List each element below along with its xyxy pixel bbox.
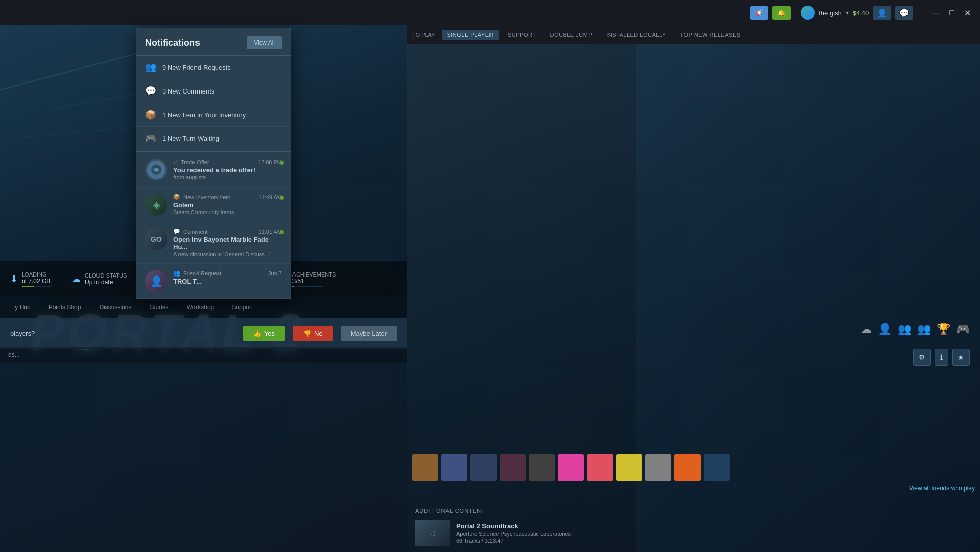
friends-who-play: View all friends who play xyxy=(412,454,975,492)
summary-item-turn[interactable]: 🎮 1 New Turn Waiting xyxy=(136,127,291,150)
megaphone-button[interactable]: 📢 xyxy=(750,6,768,20)
friend-avatar-4[interactable] xyxy=(500,454,526,481)
star-button[interactable]: ★ xyxy=(952,349,970,366)
controller-action-icon[interactable]: 🎮 xyxy=(956,323,970,336)
separator xyxy=(136,151,291,152)
tab-community-hub[interactable]: ty Hub xyxy=(5,301,39,314)
friend-avatar-2[interactable] xyxy=(441,454,467,481)
cloud-stat: ☁ CLOUD STATUS Up to date xyxy=(72,272,127,286)
additional-content-title: ADDITIONAL CONTENT xyxy=(415,508,972,514)
friends-icon-button[interactable]: 👤 xyxy=(873,6,891,20)
cloud-label: CLOUD STATUS xyxy=(85,272,127,279)
csgo-title: Open Inv Bayonet Marble Fade Hu... xyxy=(173,236,282,251)
nav-top-new-releases[interactable]: TOP NEW RELEASES xyxy=(675,30,746,40)
achievements-action-icon[interactable]: 🏆 xyxy=(937,323,950,336)
trade-icon: ⇄ xyxy=(173,159,178,165)
recommendation-question: players? xyxy=(10,330,235,337)
minimize-button[interactable]: — xyxy=(927,7,943,18)
notif-friend-request[interactable]: 👤 👥 Friend Request Jun 7 TROL T... xyxy=(136,264,291,299)
friend-avatar-7[interactable] xyxy=(587,454,613,481)
notif-friend-avatar: 👤 xyxy=(145,270,167,292)
maybe-later-button[interactable]: Maybe Later xyxy=(341,326,397,341)
cloud-icon: ☁ xyxy=(72,273,81,285)
friend-avatar-8[interactable] xyxy=(616,454,642,481)
comment-icon: 💬 xyxy=(173,228,180,235)
golem-unread-dot xyxy=(280,196,284,200)
summary-item-inventory[interactable]: 📦 1 New Item in Your Inventory xyxy=(136,103,291,127)
yes-button[interactable]: 👍 Yes xyxy=(243,326,285,341)
friend-avatar-3[interactable] xyxy=(470,454,497,481)
friend-avatar-9[interactable] xyxy=(645,454,671,481)
soundtrack-tracks: 66 Tracks / 3:23:47 xyxy=(456,538,571,544)
golem-sub: Steam Community Items xyxy=(173,209,282,215)
summary-item-comments[interactable]: 💬 3 New Comments xyxy=(136,79,291,103)
trade-type: Trade Offer xyxy=(181,159,209,165)
action-icons-row: ☁ 👤 👥 👥 🏆 🎮 xyxy=(861,323,970,336)
tab-workshop[interactable]: Workshop xyxy=(178,301,222,314)
nav-support[interactable]: SUPPORT xyxy=(503,30,541,40)
notif-golem-avatar: ◈ xyxy=(145,194,167,216)
info-button[interactable]: ℹ xyxy=(935,349,948,366)
soundtrack-title: Portal 2 Soundtrack xyxy=(456,522,571,530)
bell-button[interactable]: 🔔 xyxy=(772,6,791,20)
notif-csgo-avatar: GO xyxy=(145,228,167,250)
notif-golem-item[interactable]: ◈ 📦 New inventory item 11:49 AM Golem St… xyxy=(136,188,291,222)
friend-req-icon: 👥 xyxy=(173,270,180,277)
csgo-meta: 💬 Comment 11:01 AM xyxy=(173,228,282,235)
settings-button[interactable]: ⚙ xyxy=(913,349,931,366)
maximize-button[interactable]: □ xyxy=(945,7,958,18)
tab-discussions[interactable]: Discussions xyxy=(91,301,139,314)
chat-icon-button[interactable]: 💬 xyxy=(895,6,913,20)
friends-action-icon[interactable]: 👥 xyxy=(917,323,931,336)
csgo-time: 11:01 AM xyxy=(259,229,282,235)
user-action-icon[interactable]: 👤 xyxy=(878,323,892,336)
cloud-action-icon[interactable]: ☁ xyxy=(861,323,872,336)
close-button[interactable]: ✕ xyxy=(960,7,975,19)
tab-support[interactable]: Support xyxy=(224,301,261,314)
trade-offer-content: ⇄ Trade Offer 12:08 PM You received a tr… xyxy=(173,159,282,180)
tab-points-shop[interactable]: Points Shop xyxy=(41,301,89,314)
friend-avatar-10[interactable] xyxy=(674,454,701,481)
csgo-sub: A new discussion in 'General Discuss...' xyxy=(173,251,282,257)
nav-installed-locally[interactable]: INSTALLED LOCALLY xyxy=(601,30,671,40)
nav-double-jump[interactable]: DOUBLE JUMP xyxy=(545,30,597,40)
trade-meta: ⇄ Trade Offer 12:08 PM xyxy=(173,159,282,165)
trade-title: You received a trade offer! xyxy=(173,166,282,174)
download-value: of 7.02 GB xyxy=(22,278,52,285)
achievements-value: 3/51 xyxy=(292,278,336,285)
users-action-icon[interactable]: 👥 xyxy=(898,323,911,336)
dropdown-arrow[interactable]: ▾ xyxy=(846,9,849,16)
view-all-friends-link[interactable]: View all friends who play xyxy=(412,485,975,492)
comments-text: 3 New Comments xyxy=(162,87,214,95)
thumbs-down-icon: 👎 xyxy=(303,330,311,337)
music-icon: ♫ xyxy=(429,528,436,538)
cloud-value: Up to date xyxy=(85,279,127,286)
soundtrack-item[interactable]: ♫ Portal 2 Soundtrack Aperture Science P… xyxy=(415,520,972,546)
friend-avatar-5[interactable] xyxy=(529,454,555,481)
trade-time: 12:08 PM xyxy=(258,159,282,165)
tab-guides[interactable]: Guides xyxy=(141,301,176,314)
search-hint: ds... xyxy=(8,351,20,358)
friend-symbol: 👤 xyxy=(150,275,163,287)
play-to-label: TO PLAY xyxy=(412,32,435,38)
user-section: the gish ▾ $4.40 xyxy=(801,6,869,20)
download-stat: ⬇ LOADING of 7.02 GB xyxy=(10,271,52,287)
notif-csgo-comment[interactable]: GO 💬 Comment 11:01 AM Open Inv Bayonet M… xyxy=(136,222,291,264)
title-bar: 📢 🔔 the gish ▾ $4.40 👤 💬 — □ ✕ xyxy=(0,0,980,25)
soundtrack-developer: Aperture Science Psychoacoustic Laborato… xyxy=(456,531,571,537)
summary-item-friend-requests[interactable]: 👥 9 New Friend Requests xyxy=(136,56,291,79)
inventory-new-icon: 📦 xyxy=(173,194,180,200)
friend-avatar-1[interactable] xyxy=(412,454,438,481)
friend-avatar-6[interactable] xyxy=(558,454,584,481)
comments-icon: 💬 xyxy=(145,85,156,97)
game-nav-tabs: ty Hub Points Shop Discussions Guides Wo… xyxy=(0,297,407,318)
turn-icon: 🎮 xyxy=(145,133,156,144)
golem-time: 11:49 AM xyxy=(259,194,282,200)
view-all-button[interactable]: View All xyxy=(247,36,282,49)
friend-avatar-11[interactable] xyxy=(704,454,730,481)
friend-requests-icon: 👥 xyxy=(145,62,156,73)
nav-single-player[interactable]: SINGLE PLAYER xyxy=(442,30,499,40)
csgo-content: 💬 Comment 11:01 AM Open Inv Bayonet Marb… xyxy=(173,228,282,257)
notif-trade-offer[interactable]: ⇄ Trade Offer 12:08 PM You received a tr… xyxy=(136,153,291,188)
no-button[interactable]: 👎 No xyxy=(293,326,333,341)
